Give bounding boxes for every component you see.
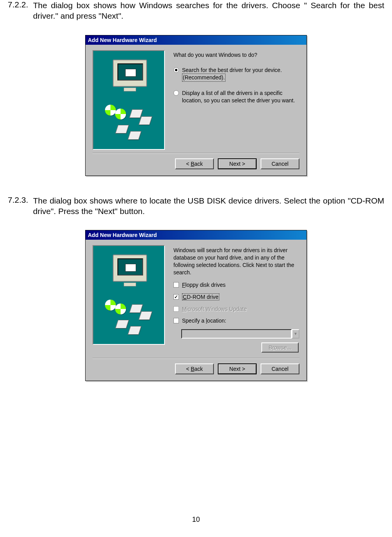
wizard-graphic bbox=[93, 245, 165, 345]
checkbox-specify[interactable]: Specify a location: bbox=[173, 318, 299, 324]
dialog2: Add New Hardware Wizard Windows will sea… bbox=[85, 230, 307, 381]
section-722: 7.2.2. The dialog box shows how Windows … bbox=[0, 0, 392, 21]
checkbox-msupdate: Microsoft Windows Update bbox=[173, 306, 299, 312]
dialog1-container: Add New Hardware Wizard What do you want… bbox=[0, 35, 392, 176]
checkbox-cdrom[interactable]: CD-ROM drive bbox=[173, 293, 299, 300]
section-text: The dialog box shows where to locate the… bbox=[33, 195, 392, 217]
dialog2-body: Windows will search for new drivers in i… bbox=[86, 240, 306, 355]
dialog2-content: Windows will search for new drivers in i… bbox=[165, 245, 299, 355]
next-button[interactable]: Next > bbox=[218, 363, 257, 374]
checkbox-floppy-label: Floppy disk drives bbox=[182, 282, 226, 288]
dialog1-buttons: < Back Next > Cancel bbox=[86, 154, 306, 175]
section-number: 7.2.3. bbox=[0, 195, 33, 217]
location-combo: ▼ bbox=[181, 329, 299, 339]
dialog1-body: What do you want Windows to do? Search f… bbox=[86, 45, 306, 150]
dialog1-prompt: What do you want Windows to do? bbox=[173, 52, 299, 58]
checkbox-icon bbox=[173, 282, 179, 288]
checkbox-msupdate-label: Microsoft Windows Update bbox=[182, 306, 247, 312]
option-display-list-label: Display a list of all the drivers in a s… bbox=[182, 90, 295, 104]
option-display-list[interactable]: Display a list of all the drivers in a s… bbox=[173, 90, 299, 104]
back-button[interactable]: < Back bbox=[175, 363, 214, 374]
checkbox-floppy[interactable]: Floppy disk drives bbox=[173, 282, 299, 288]
checkbox-icon bbox=[173, 306, 179, 312]
dialog2-container: Add New Hardware Wizard Windows will sea… bbox=[0, 230, 392, 381]
cancel-button[interactable]: Cancel bbox=[261, 158, 299, 169]
radio-selected-icon bbox=[173, 67, 179, 73]
section-number: 7.2.2. bbox=[0, 0, 33, 21]
radio-unselected-icon bbox=[173, 90, 179, 96]
browse-button: Browse... bbox=[261, 342, 299, 353]
location-input bbox=[181, 329, 292, 339]
option-search-best-label: Search for the best driver for your devi… bbox=[182, 67, 282, 82]
option-search-best[interactable]: Search for the best driver for your devi… bbox=[173, 67, 299, 82]
dialog2-titlebar: Add New Hardware Wizard bbox=[86, 230, 306, 240]
checkbox-cdrom-label: CD-ROM drive bbox=[182, 293, 219, 300]
dialog2-buttons: < Back Next > Cancel bbox=[86, 359, 306, 381]
dialog1-titlebar: Add New Hardware Wizard bbox=[86, 35, 306, 45]
cancel-button[interactable]: Cancel bbox=[261, 363, 299, 374]
checkbox-checked-icon bbox=[173, 294, 179, 300]
dropdown-icon: ▼ bbox=[292, 329, 299, 339]
section-text: The dialog box shows how Windows searche… bbox=[33, 0, 392, 21]
wizard-graphic bbox=[93, 50, 165, 150]
page-number: 10 bbox=[0, 516, 392, 524]
next-button[interactable]: Next > bbox=[218, 158, 257, 169]
checkbox-specify-label: Specify a location: bbox=[182, 318, 226, 324]
back-button[interactable]: < Back bbox=[175, 158, 214, 169]
dialog2-intro: Windows will search for new drivers in i… bbox=[173, 247, 299, 276]
section-723: 7.2.3. The dialog box shows where to loc… bbox=[0, 195, 392, 217]
checkbox-icon bbox=[173, 318, 179, 323]
dialog1: Add New Hardware Wizard What do you want… bbox=[85, 35, 307, 176]
dialog1-content: What do you want Windows to do? Search f… bbox=[165, 50, 299, 150]
